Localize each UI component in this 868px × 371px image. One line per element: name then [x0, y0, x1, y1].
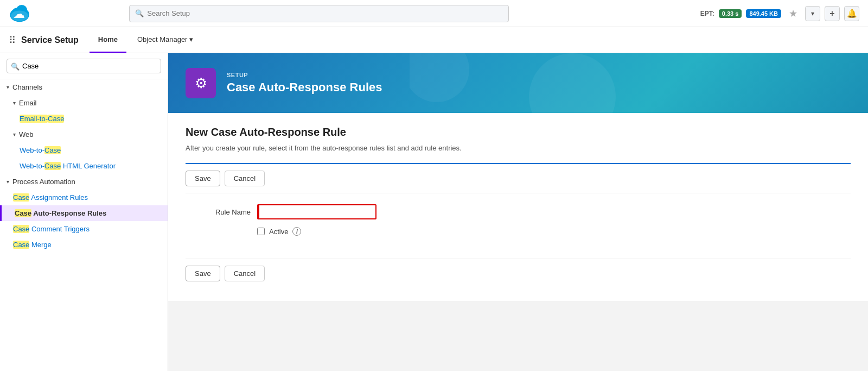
- highlight-case6: Case: [15, 209, 31, 217]
- case-auto-response-rules-link[interactable]: Case Auto-Response Rules: [15, 209, 106, 217]
- top-nav-bar: ☁ 🔍 EPT: 0.33 s 849.45 KB ★ ▾ + 🔔: [0, 0, 868, 27]
- content-area: ⚙ SETUP Case Auto-Response Rules New Cas…: [168, 53, 868, 371]
- sidebar-item-email[interactable]: ▾ Email: [0, 95, 168, 111]
- chevron-down-icon: ▾: [7, 84, 9, 90]
- form-bottom-actions: Save Cancel: [186, 259, 851, 288]
- web-to-case-link[interactable]: Web-to-Case: [20, 146, 61, 154]
- sidebar-search-container: 🔍: [0, 53, 168, 79]
- case-merge-link[interactable]: Case Merge: [13, 241, 52, 249]
- cancel-button-top[interactable]: Cancel: [225, 171, 265, 186]
- sidebar-item-web[interactable]: ▾ Web: [0, 127, 168, 142]
- form-fields: Rule Name Active i: [186, 193, 851, 254]
- form-description: After you create your rule, select it fr…: [186, 144, 851, 152]
- save-button-bottom[interactable]: Save: [186, 266, 220, 281]
- rule-name-row: Rule Name: [186, 204, 851, 219]
- active-checkbox-row: Active i: [186, 227, 851, 236]
- setup-label: SETUP: [227, 72, 382, 78]
- object-manager-dropdown-icon[interactable]: ▾: [189, 35, 193, 43]
- tab-home[interactable]: Home: [90, 27, 126, 53]
- main-layout: 🔍 ▾ Channels ▾ Email Email-to-Case ▾ Web: [0, 53, 868, 371]
- top-nav-right: EPT: 0.33 s 849.45 KB ★ ▾ + 🔔: [700, 6, 859, 21]
- app-name: Service Setup: [21, 35, 79, 45]
- sidebar-item-channels[interactable]: ▾ Channels: [0, 79, 168, 95]
- app-launcher-icon[interactable]: ⠿: [9, 34, 16, 46]
- highlight-case2: Case: [48, 115, 64, 123]
- tab-object-manager-label: Object Manager: [137, 35, 188, 43]
- notification-icon[interactable]: 🔔: [844, 6, 859, 21]
- gear-icon: ⚙: [195, 75, 207, 92]
- highlight-case4: Case: [44, 162, 61, 170]
- email-to-case-link[interactable]: Email-to-Case: [20, 115, 64, 123]
- highlight-case7: Case: [13, 225, 29, 233]
- page-header-banner: ⚙ SETUP Case Auto-Response Rules: [168, 53, 868, 113]
- save-button-top[interactable]: Save: [186, 171, 220, 186]
- sidebar-section-process-automation-label: Process Automation: [12, 178, 75, 186]
- active-label[interactable]: Active: [269, 228, 288, 236]
- sidebar-search-input[interactable]: [7, 59, 161, 73]
- active-checkbox[interactable]: [257, 228, 265, 235]
- page-header-text: SETUP Case Auto-Response Rules: [227, 72, 382, 95]
- rule-name-input[interactable]: [257, 204, 376, 219]
- form-container: New Case Auto-Response Rule After you cr…: [168, 113, 868, 301]
- salesforce-logo: ☁: [9, 3, 30, 24]
- sidebar-item-web-to-case-html[interactable]: Web-to-Case HTML Generator: [0, 158, 168, 174]
- chevron-down-icon: ▾: [7, 179, 9, 185]
- search-icon: 🔍: [135, 9, 144, 17]
- sidebar-item-email-to-case[interactable]: Email-to-Case: [0, 111, 168, 127]
- favorites-star-icon[interactable]: ★: [786, 6, 801, 21]
- global-search-bar[interactable]: 🔍: [129, 5, 509, 22]
- search-input[interactable]: [147, 9, 503, 17]
- case-comment-triggers-link[interactable]: Case Comment Triggers: [13, 225, 90, 233]
- chevron-down-icon: ▾: [13, 100, 16, 106]
- form-title: New Case Auto-Response Rule: [186, 126, 851, 139]
- sidebar-search-icon: 🔍: [11, 62, 20, 70]
- sidebar-section-email-label: Email: [19, 99, 37, 107]
- form-top-actions: Save Cancel: [186, 164, 851, 193]
- rule-name-label: Rule Name: [186, 208, 251, 216]
- ept-value: 0.33 s: [719, 9, 742, 18]
- sidebar-item-web-to-case[interactable]: Web-to-Case: [0, 142, 168, 158]
- sidebar-item-case-auto-response-rules[interactable]: Case Auto-Response Rules: [0, 205, 168, 221]
- dropdown-btn[interactable]: ▾: [805, 6, 820, 21]
- secondary-nav: ⠿ Service Setup Home Object Manager ▾: [0, 27, 868, 53]
- sidebar-item-process-automation[interactable]: ▾ Process Automation: [0, 174, 168, 190]
- sidebar-section-web-label: Web: [19, 130, 34, 139]
- chevron-down-icon: ▾: [13, 131, 16, 137]
- sidebar-item-case-merge[interactable]: Case Merge: [0, 237, 168, 253]
- highlight-case: Email-to-: [20, 115, 48, 123]
- svg-text:☁: ☁: [13, 7, 25, 21]
- cancel-button-bottom[interactable]: Cancel: [225, 266, 265, 281]
- ept-label: EPT:: [700, 10, 714, 17]
- sidebar-item-case-assignment-rules[interactable]: Case Assignment Rules: [0, 190, 168, 205]
- sidebar: 🔍 ▾ Channels ▾ Email Email-to-Case ▾ Web: [0, 53, 168, 371]
- memory-value: 849.45 KB: [746, 9, 781, 18]
- active-info-icon[interactable]: i: [292, 227, 301, 236]
- highlight-case3: Case: [44, 146, 61, 154]
- add-icon[interactable]: +: [825, 6, 840, 21]
- sidebar-item-case-comment-triggers[interactable]: Case Comment Triggers: [0, 221, 168, 237]
- page-title: Case Auto-Response Rules: [227, 80, 382, 95]
- web-to-case-html-link[interactable]: Web-to-Case HTML Generator: [20, 162, 116, 170]
- sidebar-section-channels-label: Channels: [12, 83, 42, 91]
- highlight-case8: Case: [13, 241, 29, 249]
- highlight-case5: Case: [13, 193, 29, 202]
- page-icon-wrap: ⚙: [186, 68, 216, 98]
- tab-home-label: Home: [98, 35, 118, 43]
- tab-object-manager[interactable]: Object Manager ▾: [129, 27, 202, 53]
- case-assignment-rules-link[interactable]: Case Assignment Rules: [13, 193, 88, 202]
